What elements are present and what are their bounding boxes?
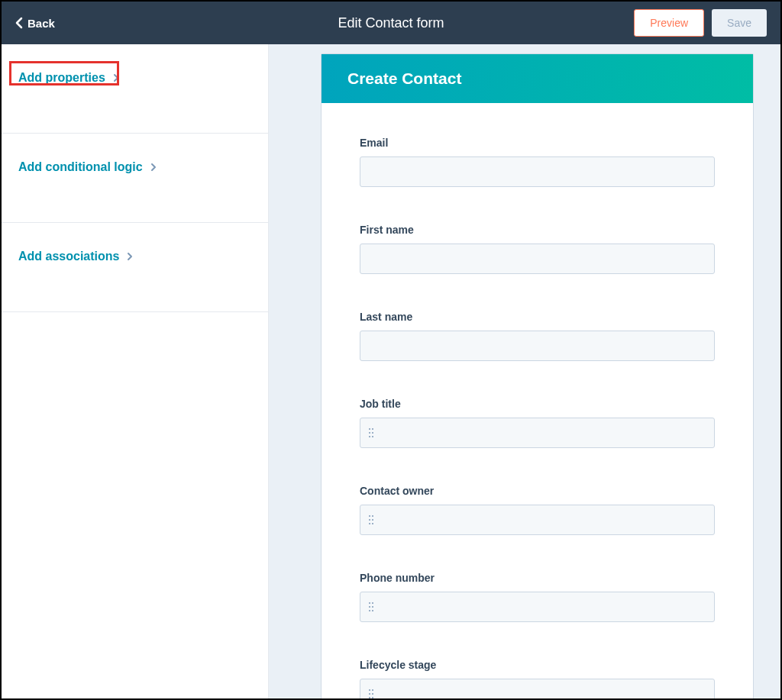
sidebar-item-add-associations[interactable]: Add associations [2, 223, 268, 312]
svg-point-0 [369, 428, 370, 430]
field-input[interactable] [360, 592, 715, 622]
field-label: First name [360, 224, 715, 236]
svg-point-22 [369, 697, 370, 698]
form-body: EmailFirst nameLast nameJob titleContact… [322, 103, 753, 698]
svg-point-6 [369, 515, 370, 517]
svg-point-9 [372, 519, 373, 521]
sidebar-item-label: Add properties [18, 71, 105, 85]
drag-handle-icon[interactable] [368, 515, 374, 525]
svg-point-8 [369, 519, 370, 521]
svg-point-14 [369, 606, 370, 608]
main-area: Add properties Add conditional logic Add… [2, 44, 780, 698]
svg-point-2 [369, 432, 370, 434]
sidebar: Add properties Add conditional logic Add… [2, 44, 269, 698]
field-input[interactable] [360, 331, 715, 361]
svg-point-4 [369, 436, 370, 437]
svg-point-21 [372, 693, 373, 695]
drag-handle-icon[interactable] [368, 689, 374, 698]
svg-point-23 [372, 697, 373, 698]
svg-point-10 [369, 523, 370, 524]
field-label: Lifecycle stage [360, 659, 715, 671]
svg-point-20 [369, 693, 370, 695]
svg-point-11 [372, 523, 373, 524]
svg-point-7 [372, 515, 373, 517]
sidebar-item-label: Add conditional logic [18, 160, 143, 174]
chevron-right-icon [127, 252, 133, 261]
chevron-left-icon [15, 17, 23, 29]
svg-point-16 [369, 610, 370, 611]
form-field: First name [360, 224, 715, 274]
field-input[interactable] [360, 505, 715, 535]
form-field: Email [360, 137, 715, 187]
chevron-right-icon [150, 163, 157, 172]
svg-point-18 [369, 689, 370, 691]
form-field: Phone number [360, 572, 715, 622]
back-label: Back [27, 17, 55, 30]
page-title: Edit Contact form [338, 15, 444, 31]
field-input[interactable] [360, 679, 715, 698]
svg-point-5 [372, 436, 373, 437]
svg-point-19 [372, 689, 373, 691]
save-button[interactable]: Save [712, 9, 767, 37]
top-buttons: Preview Save [634, 9, 767, 37]
sidebar-item-add-properties[interactable]: Add properties [2, 44, 268, 134]
svg-point-1 [372, 428, 373, 430]
chevron-right-icon [113, 73, 119, 82]
sidebar-item-add-conditional-logic[interactable]: Add conditional logic [2, 134, 268, 223]
back-button[interactable]: Back [15, 17, 55, 30]
field-input[interactable] [360, 156, 715, 187]
form-field: Job title [360, 398, 715, 448]
preview-button[interactable]: Preview [634, 9, 704, 37]
field-input[interactable] [360, 418, 715, 448]
drag-handle-icon[interactable] [368, 427, 374, 438]
svg-point-3 [372, 432, 373, 434]
svg-point-17 [372, 610, 373, 611]
field-input[interactable] [360, 244, 715, 274]
form-field: Lifecycle stage [360, 659, 715, 698]
svg-point-15 [372, 606, 373, 608]
drag-handle-icon[interactable] [368, 602, 374, 612]
field-label: Last name [360, 311, 715, 323]
form-field: Last name [360, 311, 715, 361]
form-card: Create Contact EmailFirst nameLast nameJ… [321, 53, 754, 698]
svg-point-13 [372, 602, 373, 604]
form-field: Contact owner [360, 485, 715, 535]
sidebar-item-label: Add associations [18, 250, 119, 263]
form-title: Create Contact [322, 54, 753, 103]
top-bar: Back Edit Contact form Preview Save [2, 2, 780, 44]
field-label: Email [360, 137, 715, 149]
field-label: Phone number [360, 572, 715, 584]
content-area[interactable]: Create Contact EmailFirst nameLast nameJ… [269, 44, 780, 698]
svg-point-12 [369, 602, 370, 604]
field-label: Contact owner [360, 485, 715, 497]
field-label: Job title [360, 398, 715, 410]
